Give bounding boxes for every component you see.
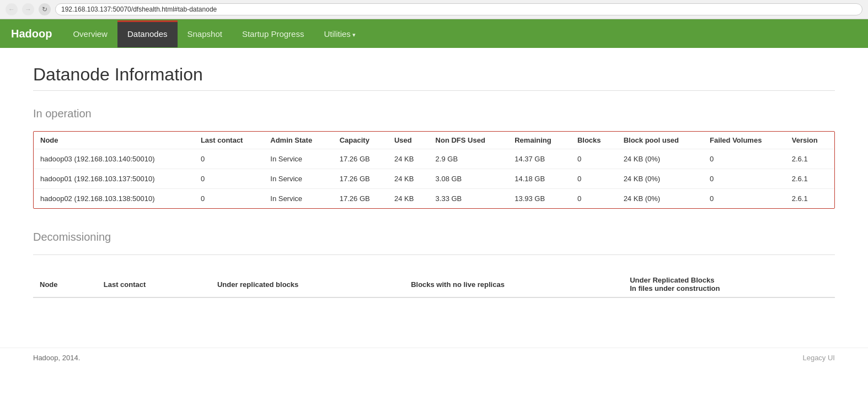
col-node: Node — [34, 132, 194, 149]
nav-utilities[interactable]: Utilities — [314, 20, 365, 47]
col-capacity: Capacity — [333, 132, 388, 149]
decomissioning-title: Decomissioning — [33, 231, 835, 243]
col-remaining: Remaining — [508, 132, 571, 149]
cell-failed-volumes: 0 — [703, 149, 785, 169]
col-non-dfs-used: Non DFS Used — [429, 132, 508, 149]
cell-non-dfs-used: 2.9 GB — [429, 149, 508, 169]
cell-version: 2.6.1 — [785, 189, 834, 209]
address-bar[interactable] — [55, 3, 862, 15]
cell-failed-volumes: 0 — [703, 189, 785, 209]
cell-last-contact: 0 — [194, 169, 264, 189]
cell-capacity: 17.26 GB — [333, 149, 388, 169]
refresh-button[interactable]: ↻ — [39, 3, 51, 15]
navbar: Hadoop Overview Datanodes Snapshot Start… — [0, 19, 868, 48]
page-content: Datanode Information In operation Node L… — [0, 48, 868, 337]
in-operation-title: In operation — [33, 107, 835, 120]
cell-remaining: 14.37 GB — [508, 149, 571, 169]
cell-node: hadoop03 (192.168.103.140:50010) — [34, 149, 194, 169]
cell-blocks: 0 — [571, 149, 617, 169]
cell-blocks: 0 — [571, 189, 617, 209]
cell-admin-state: In Service — [264, 149, 333, 169]
in-operation-table: Node Last contact Admin State Capacity U… — [34, 132, 834, 208]
back-button[interactable]: ← — [6, 3, 18, 15]
col-blocks: Blocks — [571, 132, 617, 149]
cell-node: hadoop02 (192.168.103.138:50010) — [34, 189, 194, 209]
legacy-ui-link[interactable]: Legacy UI — [802, 354, 835, 362]
page-footer: Hadoop, 2014. Legacy UI — [0, 348, 868, 367]
decomm-col-under-rep: Under replicated blocks — [211, 272, 404, 297]
decomm-col-node: Node — [33, 272, 97, 297]
decomissioning-divider — [33, 254, 835, 255]
col-version: Version — [785, 132, 834, 149]
cell-failed-volumes: 0 — [703, 169, 785, 189]
cell-admin-state: In Service — [264, 189, 333, 209]
cell-used: 24 KB — [388, 189, 429, 209]
col-last-contact: Last contact — [194, 132, 264, 149]
cell-remaining: 14.18 GB — [508, 169, 571, 189]
cell-last-contact: 0 — [194, 189, 264, 209]
cell-blocks: 0 — [571, 169, 617, 189]
cell-used: 24 KB — [388, 149, 429, 169]
cell-remaining: 13.93 GB — [508, 189, 571, 209]
in-operation-table-wrapper: Node Last contact Admin State Capacity U… — [33, 131, 835, 209]
cell-used: 24 KB — [388, 169, 429, 189]
cell-block-pool-used: 24 KB (0%) — [617, 149, 703, 169]
col-used: Used — [388, 132, 429, 149]
col-failed-volumes: Failed Volumes — [703, 132, 785, 149]
page-title: Datanode Information — [33, 64, 835, 85]
nav-overview[interactable]: Overview — [63, 20, 117, 47]
table-row: hadoop03 (192.168.103.140:50010) 0 In Se… — [34, 149, 834, 169]
cell-version: 2.6.1 — [785, 149, 834, 169]
nav-datanodes[interactable]: Datanodes — [117, 20, 178, 47]
cell-block-pool-used: 24 KB (0%) — [617, 169, 703, 189]
table-header-row: Node Last contact Admin State Capacity U… — [34, 132, 834, 149]
cell-block-pool-used: 24 KB (0%) — [617, 189, 703, 209]
browser-chrome: ← → ↻ — [0, 0, 868, 19]
cell-admin-state: In Service — [264, 169, 333, 189]
cell-non-dfs-used: 3.33 GB — [429, 189, 508, 209]
col-admin-state: Admin State — [264, 132, 333, 149]
decomm-col-under-rep-construction: Under Replicated Blocks In files under c… — [623, 272, 835, 297]
navbar-brand: Hadoop — [11, 28, 52, 40]
browser-toolbar: ← → ↻ — [0, 0, 868, 19]
decomissioning-table: Node Last contact Under replicated block… — [33, 272, 835, 298]
cell-last-contact: 0 — [194, 149, 264, 169]
table-row: hadoop02 (192.168.103.138:50010) 0 In Se… — [34, 189, 834, 209]
forward-button[interactable]: → — [22, 3, 34, 15]
table-row: hadoop01 (192.168.103.137:50010) 0 In Se… — [34, 169, 834, 189]
cell-non-dfs-used: 3.08 GB — [429, 169, 508, 189]
cell-capacity: 17.26 GB — [333, 169, 388, 189]
col-block-pool-used: Block pool used — [617, 132, 703, 149]
decomm-col-no-live: Blocks with no live replicas — [404, 272, 623, 297]
title-divider — [33, 90, 835, 91]
cell-capacity: 17.26 GB — [333, 189, 388, 209]
cell-node: hadoop01 (192.168.103.137:50010) — [34, 169, 194, 189]
nav-snapshot[interactable]: Snapshot — [178, 20, 232, 47]
decomm-header-row: Node Last contact Under replicated block… — [33, 272, 835, 297]
cell-version: 2.6.1 — [785, 169, 834, 189]
nav-startup-progress[interactable]: Startup Progress — [232, 20, 314, 47]
decomm-col-last-contact: Last contact — [97, 272, 211, 297]
copyright-text: Hadoop, 2014. — [33, 354, 80, 362]
